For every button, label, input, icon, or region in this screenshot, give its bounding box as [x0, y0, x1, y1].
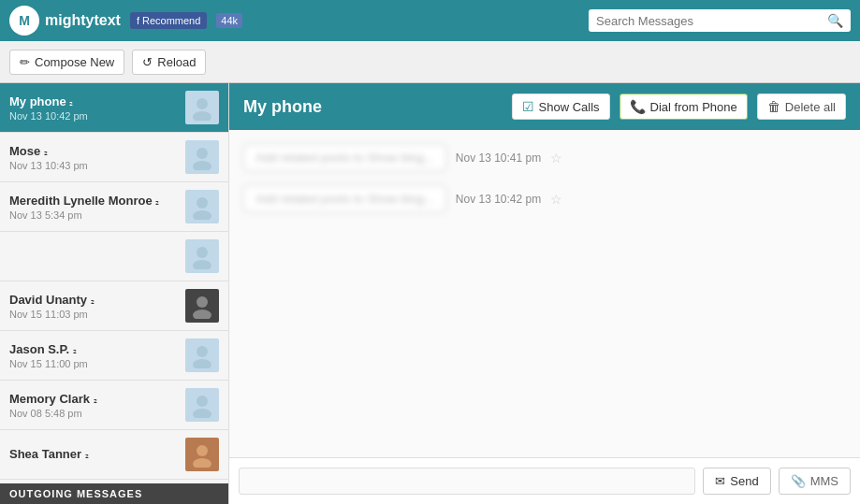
message-time: Nov 13 10:42 pm: [456, 193, 541, 206]
send-button[interactable]: ✉ Send: [703, 468, 770, 495]
contact-name: Memory Clark ₂: [9, 392, 178, 406]
svg-point-3: [193, 161, 211, 170]
svg-point-4: [197, 197, 208, 209]
svg-point-6: [197, 247, 208, 258]
contact-name: David Unanty ₂: [9, 293, 178, 307]
input-area: ✉ Send 📎 MMS: [229, 457, 860, 504]
facebook-recommend-btn[interactable]: f Recommend: [130, 12, 207, 29]
send-label: Send: [730, 474, 758, 488]
star-icon[interactable]: ☆: [550, 192, 562, 207]
avatar: [185, 388, 219, 422]
trash-icon: 🗑: [767, 99, 780, 114]
svg-point-15: [193, 458, 211, 468]
toolbar: ✏ Compose New ↺ Reload: [0, 41, 860, 83]
avatar: [185, 438, 219, 471]
show-calls-button[interactable]: ☑ Show Calls: [512, 94, 610, 120]
avatar: [185, 190, 219, 223]
contact-date: Nov 13 10:42 pm: [9, 110, 178, 122]
dial-from-phone-label: Dial from Phone: [650, 100, 737, 114]
svg-point-13: [193, 409, 211, 418]
svg-point-2: [197, 148, 208, 159]
reload-button[interactable]: ↺ Reload: [132, 50, 206, 75]
message-time: Nov 13 10:41 pm: [456, 151, 541, 165]
svg-point-14: [197, 445, 208, 456]
main-layout: My phone ₂ Nov 13 10:42 pm Mose ₂ Nov 13…: [0, 83, 860, 504]
paperclip-icon: 📎: [791, 474, 806, 488]
facebook-count-badge: 44k: [216, 13, 242, 28]
sidebar-item-myphone[interactable]: My phone ₂ Nov 13 10:42 pm: [0, 83, 228, 133]
show-calls-label: Show Calls: [539, 100, 600, 114]
reload-icon: ↺: [142, 55, 153, 69]
avatar: [185, 338, 219, 372]
contact-info: Memory Clark ₂ Nov 08 5:48 pm: [9, 392, 178, 419]
sidebar-item-meredith[interactable]: Meredith Lynelle Monroe ₂ Nov 13 5:34 pm: [0, 182, 228, 232]
pencil-icon: ✏: [20, 55, 30, 69]
fb-icon: f: [137, 15, 139, 26]
logo-area: M mightytext: [9, 6, 121, 36]
avatar: [185, 239, 219, 273]
avatar: [185, 289, 219, 323]
sidebar-item-jason[interactable]: Jason S.P. ₂ Nov 15 11:00 pm: [0, 331, 228, 381]
checkbox-icon: ☑: [522, 99, 534, 114]
svg-point-0: [197, 98, 208, 109]
dial-from-phone-button[interactable]: 📞 Dial from Phone: [619, 94, 748, 120]
delete-all-label: Delete all: [785, 100, 836, 114]
search-input[interactable]: [596, 14, 827, 28]
message-row: Add related posts to Show blog... Nov 13…: [243, 144, 846, 171]
contact-date: Nov 15 11:00 pm: [9, 358, 178, 369]
message-bubble: Add related posts to Show blog...: [243, 144, 446, 171]
contact-info: Shea Tanner ₂: [9, 447, 178, 463]
svg-point-7: [193, 260, 211, 269]
message-input[interactable]: [239, 468, 695, 495]
fb-recommend-label: Recommend: [142, 15, 200, 26]
search-icon[interactable]: 🔍: [827, 13, 843, 28]
content-header: My phone ☑ Show Calls 📞 Dial from Phone …: [229, 83, 860, 130]
svg-point-9: [193, 310, 211, 319]
contact-date: Nov 13 5:34 pm: [9, 209, 178, 221]
svg-point-5: [193, 210, 211, 220]
sidebar-item-memory[interactable]: Memory Clark ₂ Nov 08 5:48 pm: [0, 381, 228, 430]
contact-date: Nov 15 11:03 pm: [9, 309, 178, 320]
mms-button[interactable]: 📎 MMS: [779, 468, 851, 495]
contact-name: My phone ₂: [9, 94, 178, 108]
mms-label: MMS: [810, 474, 838, 488]
message-row: Add related posts to Show blog... Nov 13…: [243, 185, 846, 212]
contact-date: Nov 13 10:43 pm: [9, 160, 178, 171]
compose-new-button[interactable]: ✏ Compose New: [9, 50, 124, 75]
sidebar: My phone ₂ Nov 13 10:42 pm Mose ₂ Nov 13…: [0, 83, 229, 504]
content-area: My phone ☑ Show Calls 📞 Dial from Phone …: [229, 83, 860, 504]
sidebar-item-empty[interactable]: [0, 232, 228, 281]
contact-info: David Unanty ₂ Nov 15 11:03 pm: [9, 293, 178, 320]
app-name: mightytext: [45, 12, 121, 29]
contact-name: Shea Tanner ₂: [9, 447, 178, 461]
messages-area: Add related posts to Show blog... Nov 13…: [229, 130, 860, 457]
send-icon: ✉: [715, 474, 725, 488]
svg-point-11: [193, 359, 211, 368]
contact-name: Meredith Lynelle Monroe ₂: [9, 194, 178, 208]
app-logo: M: [9, 6, 39, 36]
sidebar-item-shea[interactable]: Shea Tanner ₂: [0, 430, 228, 480]
phone-icon: 📞: [630, 99, 646, 114]
contact-info: My phone ₂ Nov 13 10:42 pm: [9, 94, 178, 122]
sidebar-item-david[interactable]: David Unanty ₂ Nov 15 11:03 pm: [0, 281, 228, 331]
topbar: M mightytext f Recommend 44k 🔍: [0, 0, 860, 41]
avatar: [185, 91, 219, 124]
reload-label: Reload: [157, 55, 196, 69]
sidebar-item-mose[interactable]: Mose ₂ Nov 13 10:43 pm: [0, 133, 228, 182]
contact-name: Mose ₂: [9, 144, 178, 158]
contact-name: Jason S.P. ₂: [9, 342, 178, 356]
contact-date: Nov 08 5:48 pm: [9, 408, 178, 419]
compose-new-label: Compose New: [35, 55, 114, 69]
contact-info: Jason S.P. ₂ Nov 15 11:00 pm: [9, 342, 178, 369]
content-title: My phone: [243, 97, 503, 117]
outgoing-messages-label: OUTGOING MESSAGES: [0, 483, 228, 504]
svg-point-8: [197, 296, 208, 308]
svg-point-10: [197, 346, 208, 357]
contact-info: Mose ₂ Nov 13 10:43 pm: [9, 144, 178, 171]
star-icon[interactable]: ☆: [550, 151, 562, 166]
svg-point-1: [193, 111, 211, 121]
message-bubble: Add related posts to Show blog...: [243, 185, 446, 212]
contact-info: Meredith Lynelle Monroe ₂ Nov 13 5:34 pm: [9, 194, 178, 221]
delete-all-button[interactable]: 🗑 Delete all: [757, 94, 846, 120]
avatar: [185, 140, 219, 174]
